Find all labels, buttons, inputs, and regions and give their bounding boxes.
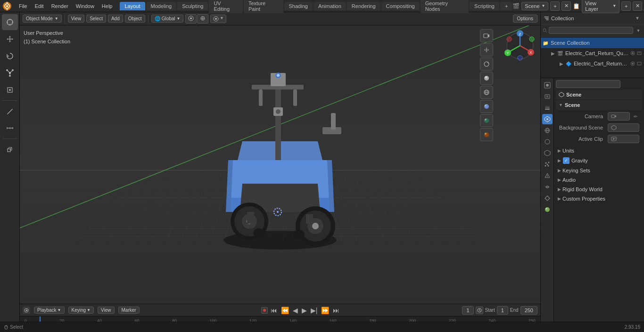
output-props-btn[interactable]: [542, 91, 553, 102]
scene-main-header[interactable]: Scene: [556, 90, 642, 99]
workspace-tab-shading[interactable]: Shading: [284, 2, 313, 10]
workspace-tab-layout[interactable]: Layout: [120, 2, 145, 10]
view-layer-delete-btn[interactable]: ✕: [633, 1, 642, 11]
camera-value-btn[interactable]: [608, 112, 630, 121]
constraint-props-btn[interactable]: [542, 182, 553, 192]
camera-edit-btn[interactable]: ✏: [632, 113, 639, 120]
tool-measure[interactable]: [2, 120, 18, 136]
select-status[interactable]: Select: [4, 324, 23, 330]
data-props-btn[interactable]: [542, 193, 553, 203]
particles-props-btn[interactable]: [542, 159, 553, 170]
workspace-tab-rendering[interactable]: Rendering: [347, 2, 380, 10]
active-clip-btn[interactable]: [608, 135, 639, 143]
render-overlay-btn[interactable]: [480, 57, 493, 71]
world-props-btn[interactable]: [542, 125, 553, 136]
background-scene-btn[interactable]: [608, 123, 639, 132]
object-props-btn[interactable]: [542, 137, 553, 147]
keying-btn[interactable]: Keying ▼: [68, 307, 94, 314]
physics-props-btn[interactable]: [542, 170, 553, 181]
material-props-btn[interactable]: [542, 204, 553, 215]
transform-orientation[interactable]: 🌐 Global ▼: [151, 15, 184, 23]
tool-rotate[interactable]: [2, 48, 18, 64]
jump-start-btn[interactable]: ⏮: [270, 307, 278, 314]
view-layer-props-btn[interactable]: [542, 103, 553, 113]
outliner-item-scene-collection[interactable]: 📁 Scene Collection: [541, 38, 644, 48]
workspace-tab-animation[interactable]: Animation: [314, 2, 346, 10]
menu-render[interactable]: Render: [48, 2, 72, 10]
pan-view-btn[interactable]: [480, 43, 493, 57]
units-header[interactable]: ▶ Units: [556, 146, 642, 155]
workspace-tab-geometry-nodes[interactable]: Geometry Nodes: [421, 0, 469, 13]
tool-transform[interactable]: [2, 82, 18, 98]
menu-window[interactable]: Window: [72, 2, 98, 10]
view-layer-add-btn[interactable]: +: [621, 1, 631, 11]
cart-1-view-icon[interactable]: [630, 50, 636, 56]
step-back-btn[interactable]: ⏪: [280, 307, 290, 314]
scene-add-btn[interactable]: +: [550, 1, 560, 11]
cart-2-view-icon[interactable]: [630, 61, 636, 66]
current-frame[interactable]: 1: [462, 306, 473, 315]
play-btn[interactable]: ▶: [301, 307, 308, 314]
cart-2-render-icon[interactable]: [636, 61, 642, 66]
object-menu[interactable]: Object: [125, 15, 145, 23]
scene-subsection-header[interactable]: ▼ Scene: [556, 100, 642, 110]
proportional-editing[interactable]: ▼: [210, 15, 226, 23]
custom-props-header[interactable]: ▶ Custom Properties: [556, 194, 642, 203]
props-search-input[interactable]: [556, 80, 620, 88]
shading-mode-btn[interactable]: [480, 72, 493, 85]
fps-btn[interactable]: [476, 307, 483, 314]
start-frame[interactable]: 1: [497, 306, 508, 315]
jump-end-btn[interactable]: ⏭: [332, 307, 340, 314]
cart-1-render-icon[interactable]: [636, 50, 642, 56]
viewport-gizmo[interactable]: Z X Y: [504, 29, 537, 62]
camera-view-btn[interactable]: [480, 29, 493, 42]
select-menu[interactable]: Select: [86, 15, 106, 23]
workspace-tab-modeling[interactable]: Modeling: [146, 2, 177, 10]
solid-mode-btn[interactable]: [480, 100, 493, 113]
outliner-search-input[interactable]: [549, 27, 633, 34]
audio-header[interactable]: ▶ Audio: [556, 176, 642, 184]
view-menu[interactable]: View: [68, 15, 85, 23]
workspace-tab-sculpting[interactable]: Sculpting: [177, 2, 208, 10]
view-btn[interactable]: View: [98, 307, 115, 314]
playback-btn[interactable]: Playback ▼: [34, 307, 65, 314]
menu-help[interactable]: Help: [98, 2, 116, 10]
workspace-tab-scripting[interactable]: Scripting: [470, 2, 499, 10]
keying-sets-header[interactable]: ▶ Keying Sets: [556, 166, 642, 175]
menu-edit[interactable]: Edit: [31, 2, 48, 10]
modifier-props-btn[interactable]: [542, 148, 553, 158]
record-btn[interactable]: [261, 307, 268, 314]
render-props-btn[interactable]: [542, 80, 553, 90]
tool-cursor[interactable]: [2, 14, 18, 30]
pivot-btn[interactable]: [185, 14, 197, 24]
rigid-body-header[interactable]: ▶ Rigid Body World: [556, 185, 642, 194]
step-forward-btn[interactable]: ⏩: [320, 307, 330, 314]
gravity-checkbox[interactable]: [563, 157, 570, 164]
outliner-item-cart-1[interactable]: ▶ 🎬 Electric_Cart_Return_QuickAP: [541, 48, 644, 58]
workspace-tab-add[interactable]: +: [500, 2, 512, 10]
scene-selector[interactable]: Scene ▼: [521, 2, 548, 10]
end-frame[interactable]: 250: [520, 306, 537, 315]
outliner-item-cart-2[interactable]: ▶ 🔷 Electric_Cart_Return_Qui: [541, 58, 644, 69]
outliner-filter-btn[interactable]: ▼: [634, 15, 641, 22]
scene-props-btn[interactable]: [542, 114, 553, 124]
tool-annotate[interactable]: [2, 103, 18, 119]
material-mode-btn[interactable]: [480, 114, 493, 127]
prev-keyframe-btn[interactable]: ◀: [292, 307, 299, 314]
view-layer-selector[interactable]: View Layer ▼: [582, 0, 619, 13]
workspace-tab-uv-editing[interactable]: UV Editing: [209, 0, 243, 13]
mode-selector[interactable]: Object Mode ▼: [23, 15, 62, 23]
tool-add-cube[interactable]: [2, 141, 18, 157]
viewport-3d[interactable]: User Perspective (1) Scene Collection Z: [20, 25, 540, 304]
tool-move[interactable]: [2, 31, 18, 47]
rendered-mode-btn[interactable]: [480, 128, 493, 141]
options-btn[interactable]: Options: [513, 15, 537, 23]
workspace-tab-compositing[interactable]: Compositing: [381, 2, 420, 10]
tool-scale[interactable]: [2, 65, 18, 81]
menu-file[interactable]: File: [15, 2, 31, 10]
timeline-mode-btn[interactable]: [23, 307, 30, 314]
wireframe-btn[interactable]: [480, 86, 493, 99]
outliner-filter-icon[interactable]: ▼: [635, 27, 642, 34]
next-keyframe-btn[interactable]: ▶|: [310, 307, 319, 314]
snap-btn[interactable]: [197, 14, 208, 24]
